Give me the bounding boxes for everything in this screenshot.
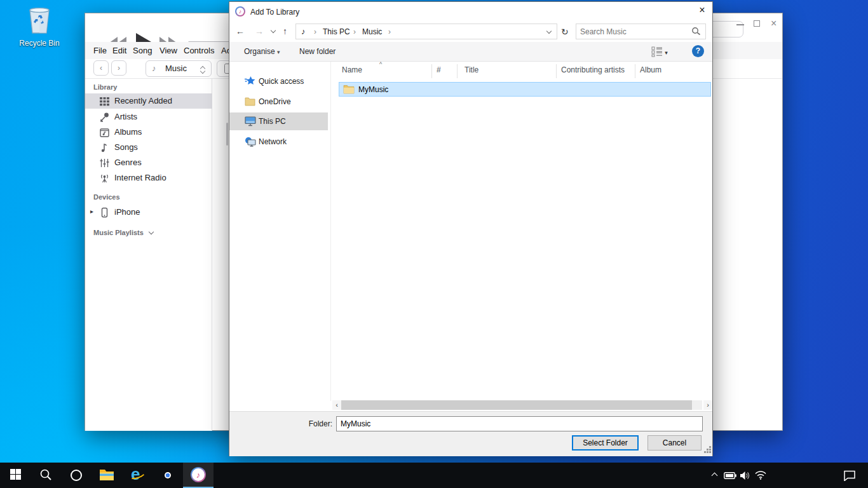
add-to-library-dialog: ♪ Add To Library × ← → ↑ ♪ › This PC › M…: [229, 1, 713, 456]
menu-edit[interactable]: Edit: [112, 46, 126, 55]
sidebar-item-songs[interactable]: Songs: [85, 140, 212, 155]
chevron-down-icon: [149, 229, 154, 234]
resize-grip[interactable]: [704, 451, 706, 453]
details-view-icon: [651, 50, 663, 59]
itunes-forward-button[interactable]: ›: [111, 60, 126, 76]
pane-divider[interactable]: [330, 62, 331, 401]
recycle-bin-shortcut[interactable]: Recycle Bin: [13, 4, 66, 48]
music-note-icon: ♪: [152, 64, 156, 73]
nav-network[interactable]: Network: [229, 133, 328, 151]
new-folder-button[interactable]: New folder: [299, 47, 336, 56]
crumb-sep-icon[interactable]: ›: [353, 27, 356, 36]
recent-locations-chevron-icon[interactable]: [271, 28, 276, 33]
dialog-title: Add To Library: [250, 8, 299, 17]
search-input[interactable]: [580, 25, 685, 37]
music-playlists-header[interactable]: Music Playlists: [93, 229, 153, 236]
itunes-taskbar-button[interactable]: ♪: [183, 463, 214, 488]
select-folder-button[interactable]: Select Folder: [572, 435, 639, 451]
file-explorer-icon: [99, 468, 114, 483]
disclosure-icon[interactable]: ▸: [90, 208, 93, 215]
desktop: Recycle Bin × File Edit Song View Contro…: [0, 0, 868, 488]
battery-tray-icon[interactable]: [722, 463, 738, 488]
menu-view[interactable]: View: [159, 46, 177, 55]
action-center-button[interactable]: [840, 463, 859, 488]
organise-menu[interactable]: Organise ▾: [244, 47, 280, 56]
itunes-minimize-button[interactable]: [736, 24, 744, 25]
cortana-button[interactable]: [61, 463, 92, 488]
address-bar[interactable]: ♪ › This PC › Music ›: [295, 24, 557, 39]
forward-icon[interactable]: →: [255, 26, 264, 36]
folder-name-input[interactable]: [336, 416, 703, 431]
file-name: MyMusic: [358, 85, 388, 94]
library-selector[interactable]: ♪ Music: [146, 60, 212, 77]
nav-onedrive[interactable]: OneDrive: [229, 93, 328, 111]
dropdown-arrow-icon: ▾: [277, 49, 280, 55]
column-header-number[interactable]: #: [437, 65, 441, 74]
column-header-title[interactable]: Title: [465, 65, 478, 74]
sidebar-item-recently-added[interactable]: Recently Added: [85, 93, 212, 109]
volume-tray-icon[interactable]: [737, 463, 754, 488]
itunes-content-scrollbar[interactable]: [226, 123, 228, 146]
internet-explorer-icon: e: [129, 467, 146, 484]
library-selector-value: Music: [165, 64, 187, 73]
sidebar-item-iphone[interactable]: ▸ iPhone: [85, 205, 212, 220]
nav-this-pc[interactable]: This PC: [229, 112, 328, 130]
cancel-button[interactable]: Cancel: [648, 435, 702, 451]
crumb-sep-icon[interactable]: ›: [314, 27, 316, 36]
start-button[interactable]: [0, 463, 31, 488]
refresh-icon[interactable]: ↻: [561, 27, 569, 37]
file-row-mymusic[interactable]: MyMusic: [339, 82, 711, 97]
chrome-button[interactable]: [153, 463, 183, 488]
search-icon: [39, 468, 52, 483]
dialog-footer: Folder: Select Folder Cancel: [229, 411, 712, 456]
sidebar-item-artists[interactable]: Artists: [85, 109, 212, 125]
sidebar-item-internet-radio[interactable]: Internet Radio: [85, 170, 212, 186]
quick-access-star-icon: [245, 76, 255, 86]
grid-icon: [99, 96, 110, 107]
view-mode-button[interactable]: ▾: [651, 46, 668, 59]
nav-quick-access[interactable]: Quick access: [229, 72, 328, 90]
column-header-name[interactable]: Name: [342, 65, 362, 74]
sidebar-item-albums[interactable]: Albums: [85, 125, 212, 140]
cortana-circle-icon: [71, 470, 82, 481]
wifi-tray-icon[interactable]: [752, 463, 769, 488]
tray-overflow-button[interactable]: [707, 463, 722, 488]
recycle-bin-label: Recycle Bin: [13, 39, 66, 48]
file-explorer-button[interactable]: [92, 463, 122, 488]
back-icon[interactable]: ←: [236, 26, 245, 36]
menu-song[interactable]: Song: [133, 46, 152, 55]
search-box[interactable]: [576, 24, 706, 39]
address-dropdown-chevron-icon[interactable]: [546, 29, 552, 34]
scroll-right-icon[interactable]: ›: [703, 400, 712, 410]
help-button[interactable]: ?: [692, 45, 704, 57]
itunes-maximize-button[interactable]: [754, 20, 760, 27]
sort-ascending-icon: ^: [379, 61, 382, 67]
this-pc-monitor-icon: [245, 116, 255, 126]
itunes-back-button[interactable]: ‹: [93, 60, 109, 76]
sidebar-item-genres[interactable]: Genres: [85, 155, 212, 170]
sliders-icon: [99, 158, 110, 168]
column-header-album[interactable]: Album: [640, 65, 661, 74]
menu-file[interactable]: File: [93, 46, 107, 55]
onedrive-folder-icon: [245, 97, 255, 106]
itunes-close-button[interactable]: ×: [771, 19, 776, 28]
crumb-sep-icon[interactable]: ›: [388, 27, 391, 36]
internet-explorer-button[interactable]: e: [122, 463, 153, 488]
breadcrumb-this-pc[interactable]: This PC: [323, 27, 350, 36]
music-note-icon: ♪: [301, 27, 306, 36]
dropdown-arrow-icon: ▾: [665, 50, 668, 56]
scroll-left-icon[interactable]: ‹: [332, 400, 341, 410]
dialog-close-button[interactable]: ×: [694, 4, 710, 18]
iphone-device-icon: [99, 207, 110, 218]
itunes-app-icon: ♪: [235, 6, 245, 17]
chevron-up-icon: [711, 472, 717, 478]
menu-controls[interactable]: Controls: [184, 46, 214, 55]
up-icon[interactable]: ↑: [283, 26, 287, 36]
h-scrollbar-thumb[interactable]: [341, 400, 692, 410]
album-icon: [99, 127, 110, 138]
microphone-icon: [99, 112, 110, 123]
taskbar-search-button[interactable]: [31, 463, 61, 488]
library-header: Library: [93, 83, 117, 91]
column-header-contributing-artists[interactable]: Contributing artists: [561, 65, 625, 74]
breadcrumb-music[interactable]: Music: [362, 27, 382, 36]
